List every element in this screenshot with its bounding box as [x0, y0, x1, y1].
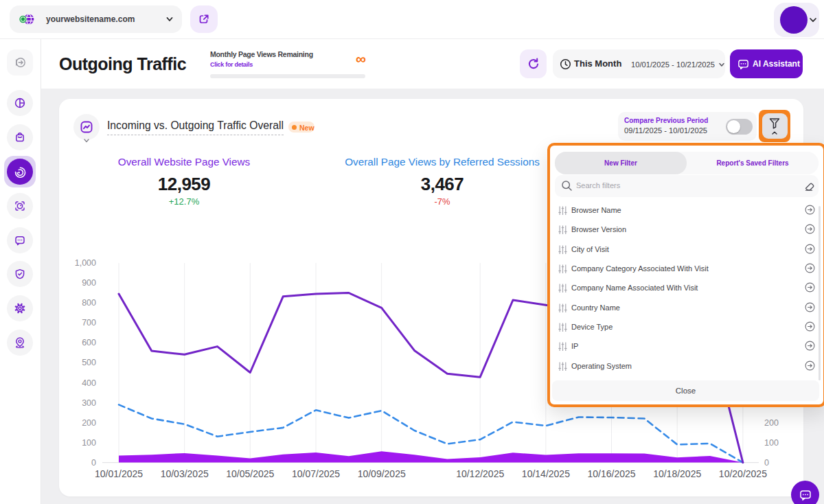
- svg-text:10/20/2025: 10/20/2025: [719, 468, 767, 479]
- svg-text:10/07/2025: 10/07/2025: [292, 468, 340, 479]
- svg-text:900: 900: [82, 278, 96, 288]
- svg-text:10/01/2025: 10/01/2025: [95, 468, 143, 479]
- svg-text:10/03/2025: 10/03/2025: [161, 468, 209, 479]
- svg-text:10/14/2025: 10/14/2025: [522, 468, 570, 479]
- svg-text:400: 400: [82, 378, 96, 388]
- svg-text:500: 500: [82, 358, 96, 367]
- svg-text:10/05/2025: 10/05/2025: [226, 468, 274, 479]
- svg-text:10/16/2025: 10/16/2025: [587, 468, 635, 479]
- svg-text:800: 800: [82, 298, 96, 308]
- svg-text:10/18/2025: 10/18/2025: [653, 468, 701, 479]
- svg-text:700: 700: [82, 318, 96, 328]
- svg-text:100: 100: [764, 438, 779, 448]
- svg-text:0: 0: [764, 458, 769, 468]
- svg-text:300: 300: [82, 398, 96, 408]
- svg-text:200: 200: [82, 418, 96, 428]
- svg-text:100: 100: [82, 438, 96, 448]
- svg-text:600: 600: [82, 338, 96, 347]
- svg-text:10/09/2025: 10/09/2025: [358, 468, 406, 479]
- svg-text:200: 200: [764, 418, 779, 428]
- svg-text:0: 0: [91, 458, 96, 468]
- svg-text:10/12/2025: 10/12/2025: [456, 468, 504, 479]
- svg-text:1,000: 1,000: [75, 258, 96, 268]
